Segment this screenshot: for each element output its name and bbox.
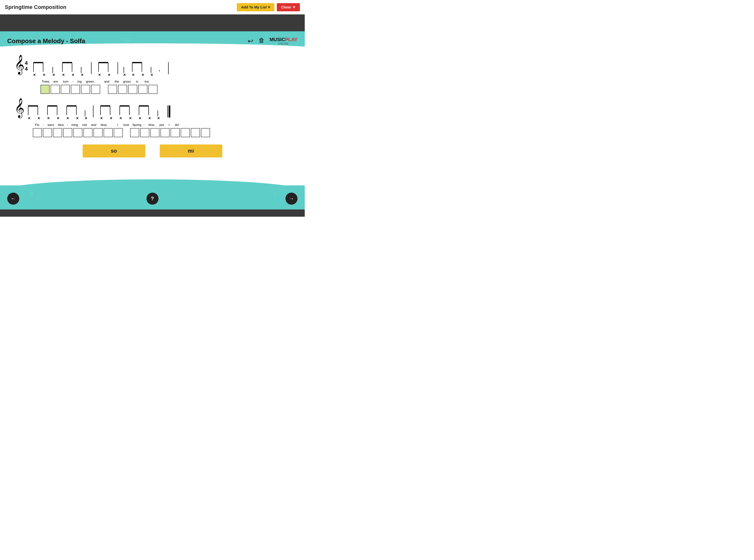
lyric-do: do! [173,123,182,127]
svg-text:✕: ✕ [138,116,141,120]
undo-button[interactable]: ↩ [248,37,253,45]
svg-text:✕: ✕ [123,73,126,77]
svg-text:✕: ✕ [119,116,122,120]
svg-text:✕: ✕ [37,116,40,120]
time-signature-1: 4 4 [25,60,28,72]
note-box-2-4[interactable] [63,128,72,137]
note-box-2-12[interactable] [150,128,159,137]
note-box-2-11[interactable] [140,128,149,137]
boxes-row-1 [40,85,290,94]
note-box-1-6[interactable] [91,85,100,94]
staff-1: 𝄞 4 4 ✕ ✕ ✕ [15,58,290,94]
lyric-is: is [132,80,142,83]
help-button[interactable]: ? [147,193,158,205]
logo-music-text: MUSIC [270,37,285,42]
svg-rect-2 [260,38,262,39]
note-box-1-11[interactable] [148,85,157,94]
note-box-2-10[interactable] [130,128,139,137]
lyric-are: are [51,80,61,83]
note-box-1-4[interactable] [71,85,80,94]
note-box-2-5[interactable] [73,128,82,137]
svg-text:✕: ✕ [28,116,31,120]
logo-play-text: PLAY [285,37,297,42]
lyric-flo: Flo [33,123,41,127]
next-button[interactable]: → [286,193,297,205]
svg-text:✕: ✕ [100,116,103,120]
lyric-grass: grass [122,80,132,83]
svg-text:✕: ✕ [150,73,153,77]
note-box-2-9[interactable] [114,128,123,137]
lyrics-row-1: Trees are turn - ing green, and the gras… [40,80,290,83]
note-box-1-3[interactable] [61,85,70,94]
svg-text:✕: ✕ [110,116,113,120]
treble-clef-2: 𝄞 [15,99,24,116]
note-box-1-7[interactable] [108,85,117,94]
note-box-2-7[interactable] [94,128,103,137]
note-box-2-16[interactable] [191,128,200,137]
svg-text:✕: ✕ [33,73,36,77]
note-box-2-17[interactable] [201,128,210,137]
note-box-2-6[interactable] [83,128,93,137]
treble-clef-1: 𝄞 [15,56,24,73]
note-box-1-8[interactable] [118,85,127,94]
musicplay-logo: MUSIC PLAY ONLINE [270,37,297,45]
note-box-1-9[interactable] [128,85,137,94]
lyrics-row-2: Flo - wers bloo - ming red and blue, I l… [33,123,290,127]
note-box-1-2[interactable] [51,85,60,94]
add-to-list-label: Add To My List [241,5,267,9]
svg-text:✕: ✕ [47,116,50,120]
svg-text:✕: ✕ [98,73,101,77]
lyric-trees: Trees [40,80,51,83]
logo-online-text: ONLINE [278,42,289,45]
lyric-and2: and [89,123,98,127]
lyric-I: I [114,123,121,127]
header-buttons: Add To My List ▾ Close ✕ [237,3,300,11]
lyric-ing: ing [75,80,84,83]
svg-text:✕: ✕ [157,116,160,120]
svg-text:✕: ✕ [84,116,88,120]
note-box-2-13[interactable] [160,128,170,137]
note-box-1-1[interactable] [40,85,50,94]
ghost-note-decoration: ♫ [125,36,130,43]
compose-title: Compose a Melody - Solfa [7,37,85,45]
add-to-list-button[interactable]: Add To My List ▾ [237,3,274,11]
ghost-note-bottom-3: ♩ [273,190,276,197]
note-box-2-8[interactable] [103,128,113,137]
mi-button[interactable]: mi [160,144,223,157]
note-box-2-14[interactable] [171,128,180,137]
delete-button[interactable] [258,37,265,45]
teal-header: Compose a Melody - Solfa ♫ ↩ MUSIC [0,31,305,51]
close-label: Close [281,5,291,9]
svg-text:✕: ✕ [132,73,135,77]
lyric-green: green, [84,80,97,83]
lyric-ming: ming [70,123,80,127]
note-box-1-10[interactable] [138,85,148,94]
note-box-1-5[interactable] [81,85,90,94]
note-box-2-3[interactable] [53,128,62,137]
lyric-red: red [80,123,89,127]
close-x-icon: ✕ [292,5,295,9]
note-box-2-15[interactable] [181,128,190,137]
next-icon: → [289,196,294,202]
lyric-too: too. [142,80,152,83]
dark-footer [0,209,305,217]
trash-icon [258,38,265,45]
so-button[interactable]: so [83,144,145,157]
note-box-2-2[interactable] [43,128,52,137]
note-box-2-1[interactable] [33,128,42,137]
svg-text:✕: ✕ [129,116,132,120]
lyric-love: love [121,123,132,127]
lyric-the: the [112,80,122,83]
svg-text:✕: ✕ [57,116,59,120]
lyric-blue: blue, [98,123,110,127]
prev-button[interactable]: ← [7,193,19,205]
svg-text:✕: ✕ [62,73,65,77]
dark-bar [0,15,305,31]
notation-svg-row2: ✕ ✕ ✕ ✕ ✕ ✕ ✕ [26,103,218,122]
lyric-I2: I [166,123,173,127]
svg-text:✕: ✕ [76,116,79,120]
svg-text:✕: ✕ [72,73,74,77]
chevron-down-icon: ▾ [268,5,270,9]
svg-text:✕: ✕ [108,73,111,77]
close-button[interactable]: Close ✕ [277,3,300,11]
